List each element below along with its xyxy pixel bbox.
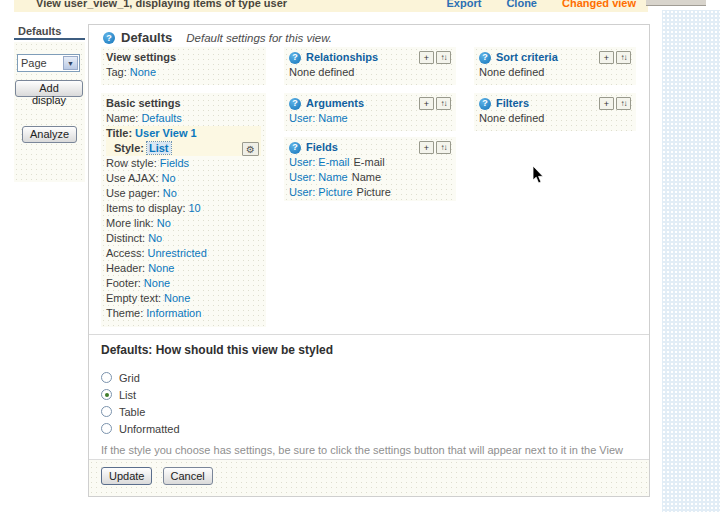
view-settings-box: View settings Tag:None — [101, 47, 266, 85]
empty-text: None defined — [479, 65, 631, 80]
analyze-button[interactable]: Analyze — [22, 126, 77, 143]
name-setting-link[interactable]: Defaults — [141, 112, 181, 124]
radio-label[interactable]: Unformatted — [119, 423, 180, 435]
setting-row: Row style:Fields — [106, 156, 261, 171]
setting-row: Access:Unrestricted — [106, 246, 261, 261]
radio-table[interactable] — [101, 406, 112, 417]
help-icon[interactable]: ? — [479, 98, 491, 110]
setting-label: Name: — [106, 112, 138, 124]
setting-label: Header: — [106, 262, 145, 274]
radio-unformatted[interactable] — [101, 423, 112, 434]
setting-label: Empty text: — [106, 292, 161, 304]
radio-label[interactable]: Grid — [119, 372, 140, 384]
radio-label[interactable]: Table — [119, 406, 145, 418]
use-ajax-setting-link[interactable]: No — [162, 172, 176, 184]
add-display-button[interactable]: Add display — [15, 80, 83, 97]
fields-box: ? Fields + ↑↓ User: E-mailE-mail User: N… — [284, 137, 456, 201]
style-option-unformatted[interactable]: Unformatted — [101, 420, 639, 437]
rearrange-icon[interactable]: ↑↓ — [436, 51, 451, 64]
setting-label: Footer: — [106, 277, 141, 289]
style-option-list[interactable]: List — [101, 386, 639, 403]
arguments-title-link[interactable]: Arguments — [306, 96, 364, 111]
style-option-table[interactable]: Table — [101, 403, 639, 420]
tag-setting-link[interactable]: None — [130, 66, 156, 78]
help-icon[interactable]: ? — [479, 52, 491, 64]
rearrange-icon[interactable]: ↑↓ — [436, 141, 451, 154]
argument-user-name-link[interactable]: User: Name — [289, 112, 348, 124]
items-to-display-setting-link[interactable]: 10 — [188, 202, 200, 214]
setting-label: Use pager: — [106, 187, 160, 199]
style-option-grid[interactable]: Grid — [101, 369, 639, 386]
view-summary-panel: ? Defaults Default settings for this vie… — [88, 24, 650, 497]
rearrange-icon[interactable]: ↑↓ — [436, 97, 451, 110]
setting-label: Use AJAX: — [106, 172, 159, 184]
cancel-button[interactable]: Cancel — [163, 467, 213, 485]
add-icon[interactable]: + — [599, 97, 614, 110]
update-button[interactable]: Update — [101, 467, 152, 485]
arguments-box: ? Arguments + ↑↓ User: Name — [284, 93, 456, 131]
help-icon[interactable]: ? — [289, 52, 301, 64]
sort-criteria-header: ? Sort criteria + ↑↓ — [479, 50, 631, 65]
relationships-title-link[interactable]: Relationships — [306, 50, 378, 65]
filters-title-link[interactable]: Filters — [496, 96, 529, 111]
setting-row: Use pager:No — [106, 186, 261, 201]
empty-text-setting-link[interactable]: None — [164, 292, 190, 304]
use-pager-setting-link[interactable]: No — [163, 187, 177, 199]
help-icon[interactable]: ? — [289, 98, 301, 110]
add-icon[interactable]: + — [599, 51, 614, 64]
displays-sidebar: Defaults Page ▼ Add display Analyze — [14, 24, 85, 182]
field-row: User: NameName — [289, 170, 451, 185]
sort-criteria-box: ? Sort criteria + ↑↓ None defined — [474, 47, 636, 85]
field-label-text: Name — [352, 171, 381, 183]
radio-label[interactable]: List — [119, 389, 136, 401]
sort-criteria-title-link[interactable]: Sort criteria — [496, 50, 558, 65]
fields-title-link[interactable]: Fields — [306, 140, 338, 155]
gear-icon[interactable]: ⚙ — [242, 142, 259, 156]
add-icon[interactable]: + — [419, 97, 434, 110]
theme-setting-link[interactable]: Information — [146, 307, 201, 319]
setting-row: Items to display:10 — [106, 201, 261, 216]
clone-link[interactable]: Clone — [506, 0, 537, 9]
setting-label: More link: — [106, 217, 154, 229]
field-user-name-link[interactable]: User: Name — [289, 171, 348, 183]
radio-list[interactable] — [101, 389, 112, 400]
filters-header: ? Filters + ↑↓ — [479, 96, 631, 111]
field-user-picture-link[interactable]: User: Picture — [289, 186, 353, 198]
view-status-bar: View user_view_1, displaying items of ty… — [14, 0, 648, 12]
more-link-setting-link[interactable]: No — [157, 217, 171, 229]
add-icon[interactable]: + — [419, 141, 434, 154]
setting-row: More link:No — [106, 216, 261, 231]
fields-header: ? Fields + ↑↓ — [289, 140, 451, 155]
rearrange-icon[interactable]: ↑↓ — [616, 51, 631, 64]
sidebar-body: Page ▼ Add display Analyze — [14, 42, 85, 182]
export-link[interactable]: Export — [447, 0, 482, 9]
tab-defaults[interactable]: Defaults — [14, 24, 85, 40]
add-icon[interactable]: + — [419, 51, 434, 64]
title-setting-link[interactable]: User View 1 — [135, 127, 197, 139]
chevron-down-icon[interactable]: ▼ — [63, 56, 78, 70]
access-setting-link[interactable]: Unrestricted — [148, 247, 207, 259]
field-user-email-link[interactable]: User: E-mail — [289, 156, 350, 168]
form-separator — [89, 334, 649, 335]
help-icon[interactable]: ? — [289, 142, 301, 154]
field-row: User: E-mailE-mail — [289, 155, 451, 170]
setting-label: Title: — [106, 127, 132, 139]
form-actions: Update Cancel — [89, 459, 649, 496]
basic-settings-title: Basic settings — [106, 96, 261, 111]
footer-setting-link[interactable]: None — [144, 277, 170, 289]
view-settings-title: View settings — [106, 50, 261, 65]
empty-text: None defined — [479, 111, 631, 126]
radio-grid[interactable] — [101, 372, 112, 383]
setting-row: Footer:None — [106, 276, 261, 291]
distinct-setting-link[interactable]: No — [148, 232, 162, 244]
rearrange-icon[interactable]: ↑↓ — [616, 97, 631, 110]
browser-chrome-fragment — [646, 0, 706, 6]
setting-label: Access: — [106, 247, 145, 259]
style-setting-link[interactable]: List — [147, 142, 171, 154]
changed-view-link[interactable]: Changed view — [562, 0, 636, 9]
display-type-select[interactable]: Page ▼ — [17, 54, 80, 72]
help-icon[interactable]: ? — [103, 32, 115, 44]
row-style-setting-link[interactable]: Fields — [160, 157, 189, 169]
setting-label: Distinct: — [106, 232, 145, 244]
header-setting-link[interactable]: None — [148, 262, 174, 274]
